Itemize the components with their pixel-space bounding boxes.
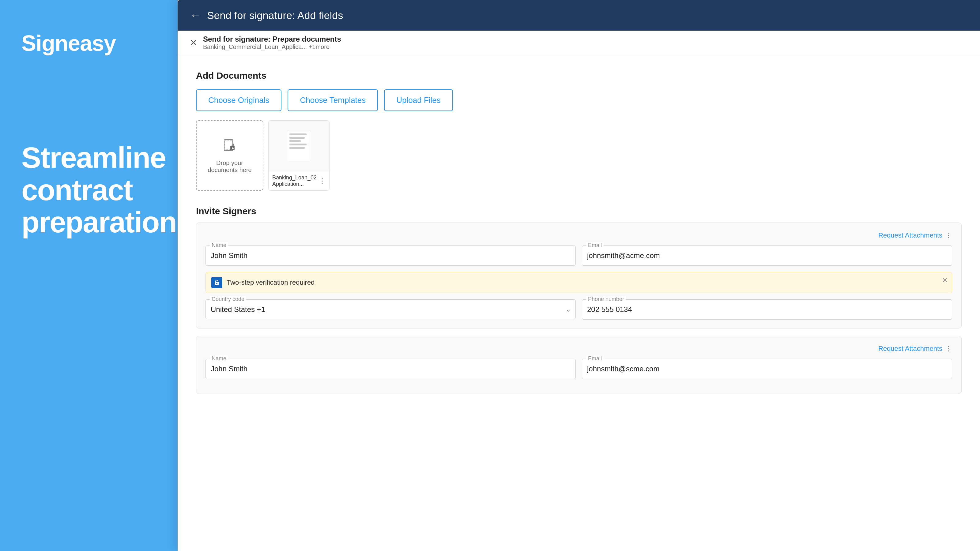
subtitle-content: Send for signature: Prepare documents Ba…: [203, 35, 341, 51]
signer1-name-group: Name: [205, 246, 576, 266]
two-step-banner: Two-step verification required ✕: [205, 272, 952, 293]
modal-header: ← Send for signature: Add fields: [178, 0, 980, 30]
two-step-close-button[interactable]: ✕: [942, 276, 948, 284]
signer1-email-label: Email: [586, 242, 604, 249]
doc-thumbnail: Banking_Loan_02 Application... ⋮: [268, 120, 329, 191]
doc-line: [290, 144, 307, 145]
signer2-name-group: Name: [205, 359, 576, 379]
invite-section: Invite Signers Request Attachments ⋮ Nam…: [196, 206, 962, 394]
brand-name: Signeasy: [21, 30, 156, 56]
two-step-label: Two-step verification required: [227, 279, 315, 286]
svg-point-6: [216, 283, 218, 284]
subtitle-title: Send for signature: Prepare documents: [203, 35, 341, 43]
choose-originals-button[interactable]: Choose Originals: [196, 89, 282, 111]
signer-card-2-menu[interactable]: ⋮: [945, 345, 952, 353]
signer1-name-email-row: Name Email: [205, 246, 952, 266]
signer1-name-label: Name: [210, 242, 228, 249]
country-code-label: Country code: [210, 296, 246, 302]
signer-card-2-header: Request Attachments ⋮: [205, 345, 952, 353]
drop-zone-icon: ▶: [222, 138, 237, 156]
doc-line: [290, 137, 305, 139]
doc-preview: [269, 121, 329, 171]
upload-files-button[interactable]: Upload Files: [384, 89, 453, 111]
modal-content: Add Documents Choose Originals Choose Te…: [178, 55, 980, 551]
right-panel: ← Send for signature: Add fields ✕ Send …: [178, 0, 980, 551]
doc-preview-icon: [286, 131, 311, 161]
signer2-email-input[interactable]: [582, 359, 952, 379]
invite-signers-title: Invite Signers: [196, 206, 962, 216]
subtitle-file: Banking_Commercial_Loan_Applica... +1mor…: [203, 43, 341, 51]
request-attachments-link-2[interactable]: Request Attachments: [878, 345, 942, 353]
request-attachments-link-1[interactable]: Request Attachments: [878, 232, 942, 240]
phone-number-label: Phone number: [586, 296, 626, 302]
signer2-email-group: Email: [582, 359, 952, 379]
tagline: Streamline contract preparation: [21, 141, 156, 238]
doc-menu-button[interactable]: ⋮: [319, 177, 326, 185]
add-documents-title: Add Documents: [196, 70, 962, 81]
signer1-name-input[interactable]: [205, 246, 576, 266]
signer1-email-input[interactable]: [582, 246, 952, 266]
documents-row: ▶ Drop your documents here: [196, 120, 962, 191]
country-code-group: Country code United States +1 ⌄: [205, 299, 576, 319]
drop-zone-label: Drop your documents here: [203, 159, 257, 173]
document-buttons: Choose Originals Choose Templates Upload…: [196, 89, 962, 111]
two-step-icon: [211, 277, 222, 288]
signer2-name-email-row: Name Email: [205, 359, 952, 379]
left-panel: Signeasy Streamline contract preparation: [0, 0, 178, 269]
doc-footer: Banking_Loan_02 Application... ⋮: [269, 171, 329, 191]
svg-text:▶: ▶: [232, 146, 234, 150]
phone-number-group: Phone number: [582, 299, 952, 319]
doc-line: [290, 140, 301, 142]
doc-filename: Banking_Loan_02 Application...: [272, 175, 319, 187]
drop-zone[interactable]: ▶ Drop your documents here: [196, 120, 263, 191]
back-button[interactable]: ←: [190, 9, 201, 22]
signer2-name-input[interactable]: [205, 359, 576, 379]
signer-card-1-header: Request Attachments ⋮: [205, 232, 952, 240]
signer-card-1-menu[interactable]: ⋮: [945, 232, 952, 240]
subtitle-bar: ✕ Send for signature: Prepare documents …: [178, 30, 980, 55]
modal-container: ← Send for signature: Add fields ✕ Send …: [178, 0, 980, 551]
phone-fields-row: Country code United States +1 ⌄ Phone nu…: [205, 299, 952, 319]
modal-title: Send for signature: Add fields: [207, 10, 343, 21]
signer2-email-label: Email: [586, 356, 604, 362]
signer-card-2: Request Attachments ⋮ Name Email: [196, 336, 962, 394]
phone-number-input[interactable]: [582, 299, 952, 319]
signer2-name-label: Name: [210, 356, 228, 362]
close-button[interactable]: ✕: [190, 38, 197, 47]
doc-line: [290, 147, 305, 149]
choose-templates-button[interactable]: Choose Templates: [288, 89, 378, 111]
signer1-email-group: Email: [582, 246, 952, 266]
country-code-select[interactable]: United States +1: [205, 299, 576, 319]
doc-line: [290, 133, 307, 135]
signer-card-1: Request Attachments ⋮ Name Email: [196, 222, 962, 329]
